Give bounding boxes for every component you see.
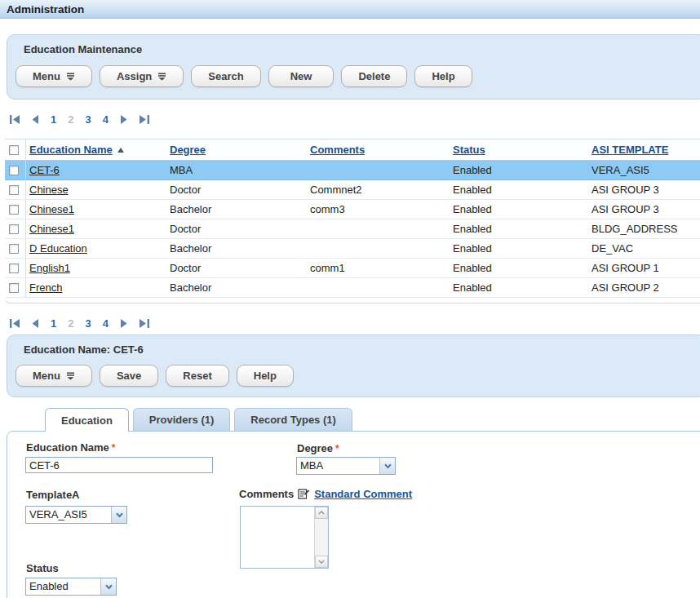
cell-asi-template: ASI GROUP 3 [591,180,700,200]
save-button[interactable]: Save [100,365,158,387]
previous-page-icon[interactable] [32,115,39,124]
delete-button[interactable]: Delete [341,65,407,87]
scroll-up-icon[interactable] [315,507,328,519]
status-select[interactable]: Enabled [25,578,117,596]
page-title: Administration [0,0,700,19]
cell-comments: Commnet2 [310,180,453,200]
search-button[interactable]: Search [191,65,260,87]
first-page-icon[interactable] [10,115,20,124]
cell-status: Enabled [453,239,591,259]
first-page-icon[interactable] [10,319,20,328]
column-header-asi-template[interactable]: ASI TEMPLATE [591,144,668,156]
page-4-link[interactable]: 4 [103,113,109,126]
cell-status: Enabled [453,278,591,298]
tab-bar: Education Providers (1) Record Types (1) [45,408,352,432]
row-checkbox[interactable] [9,166,19,175]
comments-header: Comments Standard Comment [239,488,412,500]
toolbar: Menu Assign Search New Delete Help [16,65,472,87]
next-page-icon[interactable] [120,115,127,124]
required-marker: * [335,443,339,454]
cell-comments [310,278,453,298]
education-name-field[interactable] [25,457,213,473]
assign-caret-icon [157,73,166,81]
reset-button[interactable]: Reset [166,365,228,387]
education-maintenance-panel: Education Maintenance Menu Assign Search… [7,34,700,100]
help-button[interactable]: Help [237,365,294,387]
cell-status: Enabled [453,180,591,200]
last-page-icon[interactable] [139,115,149,124]
template-label: TemplateA [26,489,80,501]
education-name-link[interactable]: English1 [29,262,70,274]
education-name-link[interactable]: French [29,281,62,294]
cell-degree: Bachelor [170,239,310,259]
page-1-link[interactable]: 1 [51,113,56,126]
template-select[interactable]: VERA_ASI5 [25,506,127,524]
comments-label: Comments [239,488,294,500]
row-checkbox[interactable] [9,264,19,273]
column-header-degree[interactable]: Degree [170,144,206,156]
column-header-comments[interactable]: Comments [310,144,365,156]
education-table: Education Name Degree Comments Status AS… [5,139,700,303]
scroll-down-icon[interactable] [315,556,328,568]
tab-record-types[interactable]: Record Types (1) [234,408,352,431]
cell-status: Enabled [453,161,591,180]
page-3-link[interactable]: 3 [85,113,91,126]
page-1-link[interactable]: 1 [51,317,56,330]
row-checkbox[interactable] [9,185,19,195]
cell-comments [310,219,453,239]
tab-providers[interactable]: Providers (1) [133,408,230,431]
menu-caret-icon [66,73,75,81]
education-name-label: Education Name* [26,441,116,454]
column-header-education-name[interactable]: Education Name [29,144,113,156]
row-checkbox[interactable] [9,224,19,234]
degree-select[interactable]: MBA [296,457,396,475]
row-checkbox[interactable] [9,205,19,215]
next-page-icon[interactable] [120,319,127,328]
cell-comments: comm3 [310,200,453,219]
education-name-link[interactable]: Chinese1 [29,223,74,235]
select-all-checkbox[interactable] [9,145,19,155]
select-all-cell [5,139,26,161]
cell-asi-template: ASI GROUP 2 [591,278,700,298]
pagination-bottom: 1 2 3 4 [10,317,149,330]
dropdown-arrow-icon [379,458,395,474]
help-button[interactable]: Help [414,65,472,87]
cell-asi-template: DE_VAC [591,239,700,259]
page-3-link[interactable]: 3 [85,317,91,330]
cell-asi-template: BLDG_ADDRESS [591,219,700,239]
cell-degree: Bachelor [170,278,310,298]
cell-asi-template: VERA_ASI5 [591,161,700,180]
cell-asi-template: ASI GROUP 1 [591,259,700,278]
cell-degree: Doctor [170,259,310,278]
standard-comment-link[interactable]: Standard Comment [314,488,412,500]
education-name-link[interactable]: D Education [29,242,87,255]
previous-page-icon[interactable] [32,319,39,328]
new-button[interactable]: New [268,65,334,87]
assign-button[interactable]: Assign [100,65,184,87]
education-name-link[interactable]: Chinese1 [29,203,74,215]
table-footer-strip [5,298,700,303]
last-page-icon[interactable] [139,319,149,328]
education-name-link[interactable]: CET-6 [29,164,60,176]
cell-status: Enabled [453,219,591,239]
cell-status: Enabled [453,259,591,278]
menu-button[interactable]: Menu [16,365,92,387]
comments-textarea[interactable] [240,506,329,569]
tab-education[interactable]: Education [45,408,129,432]
pagination-top: 1 2 3 4 [10,113,149,126]
textarea-scrollbar[interactable] [314,507,328,568]
education-detail-panel: Education Name: CET-6 Menu Save Reset He… [7,334,700,397]
row-checkbox[interactable] [9,244,19,254]
page-4-link[interactable]: 4 [103,317,109,330]
dropdown-arrow-icon [100,578,116,595]
page-2-current: 2 [68,113,73,126]
cell-comments: comm1 [310,259,453,278]
row-checkbox[interactable] [9,283,19,293]
column-header-status[interactable]: Status [453,144,485,156]
cell-comments [310,239,453,259]
menu-button[interactable]: Menu [16,65,92,87]
standard-comment-icon[interactable] [298,488,310,500]
education-form-panel: Education Name* Degree* MBA TemplateA VE… [7,431,700,598]
education-name-link[interactable]: Chinese [29,184,69,196]
cell-comments [310,161,453,180]
